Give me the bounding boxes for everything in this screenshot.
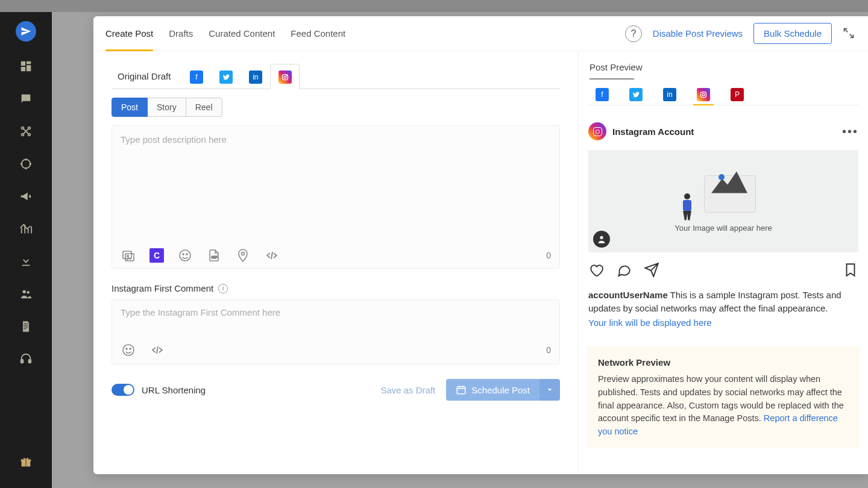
svg-point-21 [127,255,128,257]
composer-footer: URL Shortening Save as Draft Schedule Po… [112,379,560,401]
svg-point-17 [284,76,286,78]
dashboard-icon[interactable] [18,58,34,74]
save-as-draft-button[interactable]: Save as Draft [380,385,435,395]
preview-tab-twitter[interactable] [629,88,643,101]
app-logo[interactable] [16,21,36,42]
help-icon[interactable]: ? [625,25,642,42]
url-shortening-toggle[interactable] [112,384,134,396]
gif-icon[interactable]: GIF [206,248,222,263]
preview-column: Post Preview f in P Instagram Account ••… [579,51,868,474]
svg-rect-1 [27,61,31,64]
svg-point-26 [242,252,245,255]
code-icon[interactable] [149,342,165,358]
user-tag-avatar-icon [593,231,610,248]
analytics-icon[interactable] [18,221,34,237]
bulk-schedule-button[interactable]: Bulk Schedule [753,23,832,44]
linkedin-icon: in [663,88,676,101]
first-comment-char-count: 0 [546,345,551,355]
media-icon[interactable] [121,248,136,263]
svg-text:GIF: GIF [212,255,218,259]
tab-curated-content[interactable]: Curated Content [209,16,275,51]
target-icon[interactable] [18,156,34,172]
ig-image-placeholder: Your Image will appear here [588,150,858,252]
svg-rect-31 [701,92,706,98]
post-type-post[interactable]: Post [112,98,148,117]
emoji-icon[interactable] [121,342,136,358]
ig-link-placeholder[interactable]: Your link will be displayed here [588,318,712,328]
tab-create-post[interactable]: Create Post [105,16,153,51]
preview-tab-linkedin[interactable]: in [663,88,676,101]
network-preview-notice: Network Preview Preview approximates how… [587,346,860,448]
ig-placeholder-text: Your Image will appear here [675,224,772,233]
post-description-input[interactable] [112,126,559,240]
facebook-icon: f [190,70,203,84]
comment-icon[interactable] [616,262,632,278]
original-draft-label: Original Draft [112,65,181,89]
document-icon[interactable] [18,319,34,334]
svg-rect-12 [29,360,31,363]
svg-point-33 [600,236,603,239]
draft-tab-linkedin[interactable]: in [241,64,270,89]
info-icon[interactable]: i [218,284,228,293]
bookmark-icon[interactable] [843,262,858,278]
create-post-modal: Create Post Drafts Curated Content Feed … [93,16,868,474]
svg-rect-11 [21,360,24,363]
pinterest-icon: P [731,88,744,101]
expand-icon[interactable] [843,27,856,40]
ig-caption: accountUserName This is a sample Instagr… [588,289,858,315]
network-preview-title: Network Preview [598,356,849,370]
placeholder-illustration [687,170,760,219]
facebook-icon: f [596,88,609,101]
share-icon[interactable] [644,262,659,278]
disable-post-previews-link[interactable]: Disable Post Previews [653,28,743,39]
emoji-icon[interactable] [177,248,193,263]
ig-preview-header: Instagram Account ••• [588,122,858,140]
ig-caption-username: accountUserName [588,290,668,300]
preview-tab-instagram[interactable] [697,88,710,101]
linkedin-icon: in [249,70,262,84]
megaphone-icon[interactable] [18,189,34,204]
svg-point-8 [22,160,31,169]
chevron-down-icon [546,386,554,394]
tab-feed-content[interactable]: Feed Content [291,16,345,51]
first-comment-input[interactable] [112,300,559,336]
header-tabs: Create Post Drafts Curated Content Feed … [105,16,345,51]
preview-title-underline [590,78,634,80]
draft-tab-twitter[interactable] [211,64,241,89]
more-options-icon[interactable]: ••• [842,128,858,134]
instagram-avatar-icon [588,122,606,140]
first-comment-composer: 0 [112,299,560,364]
draft-tab-instagram[interactable] [270,64,300,89]
location-icon[interactable] [235,248,251,263]
window-top-bar [0,0,868,12]
preview-tab-facebook[interactable]: f [596,88,609,101]
messages-icon[interactable] [18,91,34,107]
tab-drafts[interactable]: Drafts [169,16,193,51]
draft-network-tabs: Original Draft f in [112,63,560,89]
canva-icon[interactable]: C [149,248,164,263]
schedule-post-dropdown[interactable] [539,379,560,401]
like-icon[interactable] [588,262,604,278]
header-actions: ? Disable Post Previews Bulk Schedule [625,23,856,44]
team-icon[interactable] [18,286,34,302]
first-comment-label-text: Instagram First Comment [112,283,213,293]
post-type-story[interactable]: Story [148,98,186,117]
schedule-post-button[interactable]: Schedule Post [446,379,560,401]
download-icon[interactable] [18,254,34,269]
preview-tab-pinterest[interactable]: P [731,88,744,101]
svg-point-24 [186,254,187,255]
description-char-count: 0 [546,251,551,260]
svg-point-28 [126,348,127,349]
modal-header: Create Post Drafts Curated Content Feed … [93,16,868,51]
first-comment-toolbar: 0 [112,339,559,364]
post-type-reel[interactable]: Reel [186,98,222,117]
ig-account-name: Instagram Account [612,127,694,137]
gift-icon[interactable] [18,454,34,470]
code-icon[interactable] [264,248,280,263]
draft-tab-facebook[interactable]: f [181,64,211,89]
post-composer: C GIF 0 [112,125,560,269]
support-icon[interactable] [18,351,34,367]
compose-column: Original Draft f in Post Story Reel C GI… [93,51,579,474]
connections-icon[interactable] [18,124,34,139]
svg-rect-19 [123,251,131,258]
